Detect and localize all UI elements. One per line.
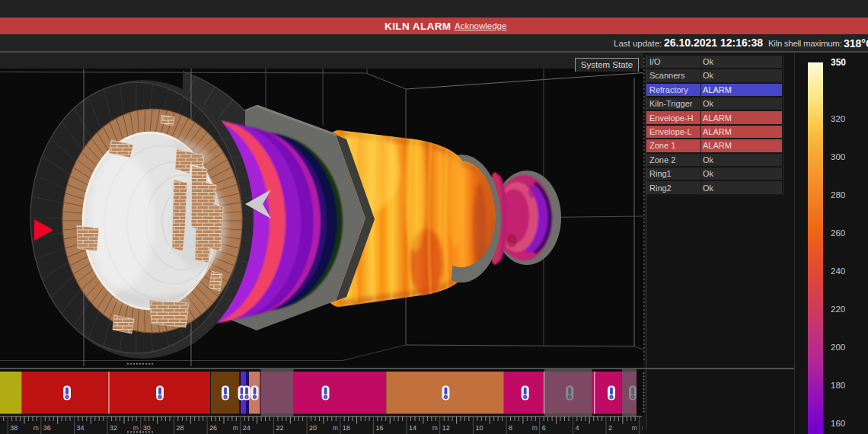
svg-text:18: 18 [343, 424, 350, 432]
svg-text:m: m [432, 424, 438, 432]
svg-text:24: 24 [243, 424, 251, 432]
svg-text:8: 8 [509, 424, 512, 432]
svg-text:m: m [632, 424, 637, 432]
svg-text:26: 26 [209, 424, 217, 432]
svg-text:12: 12 [442, 424, 450, 432]
svg-text:m: m [233, 424, 238, 432]
svg-text:20: 20 [309, 424, 317, 432]
svg-text:m: m [532, 424, 538, 432]
svg-text:14: 14 [409, 424, 416, 432]
svg-text:32: 32 [110, 424, 117, 432]
svg-text:34: 34 [77, 424, 85, 432]
svg-text:22: 22 [276, 424, 283, 432]
svg-text:4: 4 [575, 424, 579, 432]
svg-text:30: 30 [143, 424, 151, 432]
svg-text:m: m [34, 424, 39, 432]
svg-text:m: m [333, 424, 338, 432]
svg-text:10: 10 [475, 424, 483, 432]
svg-text:6: 6 [542, 424, 546, 432]
svg-text:2: 2 [608, 424, 612, 432]
svg-text:m: m [133, 424, 139, 432]
svg-text:36: 36 [43, 424, 51, 432]
svg-text:28: 28 [177, 424, 184, 432]
svg-text:0: 0 [642, 424, 646, 432]
svg-text:38: 38 [10, 424, 18, 432]
svg-text:16: 16 [375, 424, 383, 432]
